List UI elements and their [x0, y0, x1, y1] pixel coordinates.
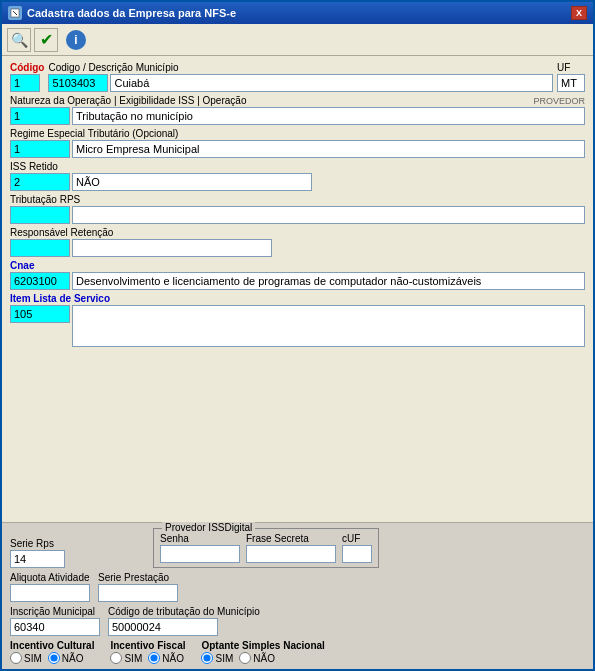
aliquota-input[interactable] [10, 584, 90, 602]
search-icon: 🔍 [11, 32, 28, 48]
cnae-label: Cnae [10, 260, 585, 271]
codigo-label: Código [10, 62, 44, 73]
provedor-box: Provedor ISSDigital Senha Frase Secreta … [153, 528, 379, 568]
app-icon [8, 6, 22, 20]
optante-simples-group: Optante Simples Nacional SIM NÃO [201, 640, 324, 664]
cuf-group: cUF [342, 533, 372, 563]
incentivo-fiscal-sim-option[interactable]: SIM [110, 652, 142, 664]
codigo-group: Código [10, 62, 44, 92]
senha-group: Senha [160, 533, 240, 563]
info-icon: i [74, 33, 77, 47]
senha-input[interactable] [160, 545, 240, 563]
uf-input[interactable] [557, 74, 585, 92]
natureza-group: Natureza da Operação | Exigibilidade ISS… [10, 95, 585, 125]
municipio-label: Codigo / Descrição Município [48, 62, 553, 73]
tributacao-code-input[interactable] [10, 206, 70, 224]
incentivo-cultural-nao-radio[interactable] [48, 652, 60, 664]
serie-prestacao-input[interactable] [98, 584, 178, 602]
incentivo-fiscal-nao-radio[interactable] [148, 652, 160, 664]
save-button[interactable]: ✔ [34, 28, 58, 52]
natureza-desc-input[interactable] [72, 107, 585, 125]
inscricao-group: Inscrição Municipal [10, 606, 100, 636]
incentivo-cultural-sim-radio[interactable] [10, 652, 22, 664]
incentivo-fiscal-sim-radio[interactable] [110, 652, 122, 664]
serie-prestacao-group: Serie Prestação [98, 572, 178, 602]
incentivo-fiscal-nao-option[interactable]: NÃO [148, 652, 184, 664]
codigo-trib-label: Código de tributação do Município [108, 606, 260, 617]
info-button[interactable]: i [66, 30, 86, 50]
toolbar: 🔍 ✔ i [2, 24, 593, 56]
iss-group: ISS Retido [10, 161, 585, 191]
municipio-code-input[interactable] [48, 74, 108, 92]
item-label: Item Lista de Servico [10, 293, 585, 304]
item-desc-textarea[interactable] [72, 305, 585, 347]
tributacao-desc-input[interactable] [72, 206, 585, 224]
incentivo-cultural-nao-option[interactable]: NÃO [48, 652, 84, 664]
responsavel-code-input[interactable] [10, 239, 70, 257]
nao-label2: NÃO [162, 653, 184, 664]
title-text: Cadastra dados da Empresa para NFS-e [27, 7, 236, 19]
sim-label3: SIM [215, 653, 233, 664]
main-content: Código Codigo / Descrição Município UF [2, 56, 593, 669]
nao-label3: NÃO [253, 653, 275, 664]
aliquota-label: Aliquota Atividade [10, 572, 90, 583]
incentivo-cultural-sim-option[interactable]: SIM [10, 652, 42, 664]
sim-label: SIM [24, 653, 42, 664]
optante-sim-radio[interactable] [201, 652, 213, 664]
responsavel-desc-input[interactable] [72, 239, 272, 257]
serie-rps-input[interactable] [10, 550, 65, 568]
regime-code-input[interactable] [10, 140, 70, 158]
optante-nao-option[interactable]: NÃO [239, 652, 275, 664]
item-code-input[interactable] [10, 305, 70, 323]
codigo-input[interactable] [10, 74, 40, 92]
provedor-legend: Provedor ISSDigital [162, 522, 255, 533]
optante-nao-radio[interactable] [239, 652, 251, 664]
iss-code-input[interactable] [10, 173, 70, 191]
regime-desc-input[interactable] [72, 140, 585, 158]
municipio-name-input[interactable] [110, 74, 553, 92]
cuf-input[interactable] [342, 545, 372, 563]
incentivo-fiscal-group: Incentivo Fiscal SIM NÃO [110, 640, 185, 664]
cnae-desc-input[interactable] [72, 272, 585, 290]
cnae-code-input[interactable] [10, 272, 70, 290]
incentivo-cultural-label: Incentivo Cultural [10, 640, 94, 651]
municipio-group: Codigo / Descrição Município [48, 62, 553, 92]
senha-label: Senha [160, 533, 240, 544]
cuf-label: cUF [342, 533, 372, 544]
codigo-trib-input[interactable] [108, 618, 218, 636]
frase-group: Frase Secreta [246, 533, 336, 563]
optante-sim-option[interactable]: SIM [201, 652, 233, 664]
provedor-label: PROVEDOR [533, 96, 585, 106]
tributacao-group: Tributação RPS [10, 194, 585, 224]
close-button[interactable]: X [571, 6, 587, 20]
optante-simples-label: Optante Simples Nacional [201, 640, 324, 651]
uf-label: UF [557, 62, 585, 73]
serie-rps-group: Serie Rps [10, 538, 65, 568]
incentivo-cultural-group: Incentivo Cultural SIM NÃO [10, 640, 94, 664]
bottom-section: Serie Rps Provedor ISSDigital Senha Fras… [2, 522, 593, 669]
responsavel-label: Responsável Retenção [10, 227, 585, 238]
uf-group: UF [557, 62, 585, 92]
frase-input[interactable] [246, 545, 336, 563]
item-group: Item Lista de Servico [10, 293, 585, 347]
regime-label: Regime Especial Tributário (Opcional) [10, 128, 585, 139]
main-window: Cadastra dados da Empresa para NFS-e X 🔍… [0, 0, 595, 671]
frase-label: Frase Secreta [246, 533, 336, 544]
natureza-label: Natureza da Operação | Exigibilidade ISS… [10, 95, 246, 106]
serie-prestacao-label: Serie Prestação [98, 572, 178, 583]
sim-label2: SIM [124, 653, 142, 664]
check-icon: ✔ [40, 30, 53, 49]
iss-desc-input[interactable] [72, 173, 312, 191]
cnae-group: Cnae [10, 260, 585, 290]
search-button[interactable]: 🔍 [7, 28, 31, 52]
nao-label: NÃO [62, 653, 84, 664]
codigo-trib-group: Código de tributação do Município [108, 606, 260, 636]
inscricao-label: Inscrição Municipal [10, 606, 100, 617]
tributacao-label: Tributação RPS [10, 194, 585, 205]
form-content: Código Codigo / Descrição Município UF [2, 56, 593, 522]
inscricao-input[interactable] [10, 618, 100, 636]
serie-rps-label: Serie Rps [10, 538, 65, 549]
aliquota-group: Aliquota Atividade [10, 572, 90, 602]
natureza-code-input[interactable] [10, 107, 70, 125]
responsavel-group: Responsável Retenção [10, 227, 585, 257]
